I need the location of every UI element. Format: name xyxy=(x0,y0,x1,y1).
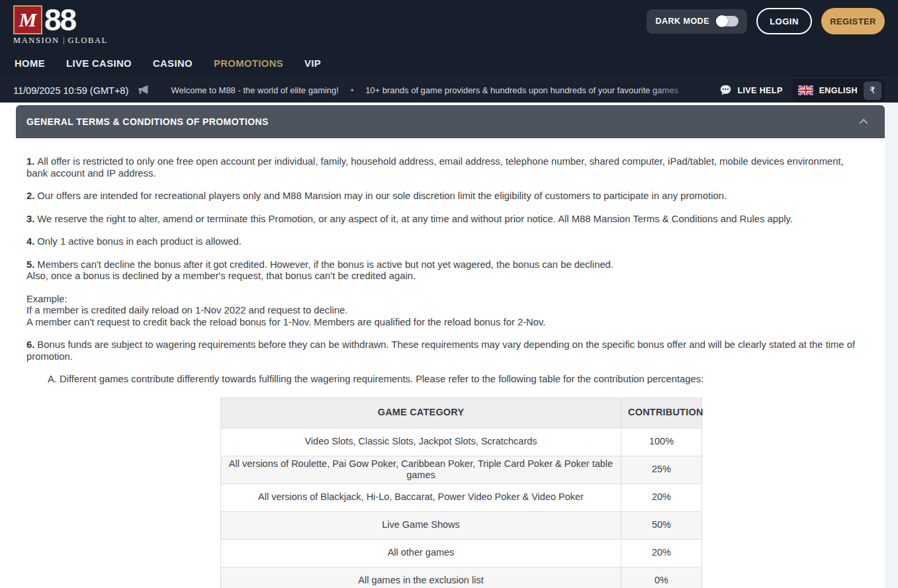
table-row: All versions of Blackjack, Hi-Lo, Baccar… xyxy=(221,483,702,511)
cell-contribution: 20% xyxy=(621,483,702,511)
ticker-right: LIVE HELP ENGLISH ₹ xyxy=(719,79,885,103)
logo-subtitle-global: GLOBAL xyxy=(68,36,108,46)
page-title: GENERAL TERMS & CONDITIONS OF PROMOTIONS xyxy=(26,116,269,127)
nav-casino[interactable]: CASINO xyxy=(153,58,193,69)
logo-subtitle: MANSION GLOBAL xyxy=(13,36,108,46)
terms-panel-header[interactable]: GENERAL TERMS & CONDITIONS OF PROMOTIONS xyxy=(16,105,885,138)
term-3: 3.We reserve the right to alter, amend o… xyxy=(26,214,863,226)
live-help-label: LIVE HELP xyxy=(737,86,782,95)
toggle-knob xyxy=(716,15,728,27)
dark-mode-toggle[interactable] xyxy=(716,16,739,26)
cell-category: All versions of Roulette, Pai Gow Poker,… xyxy=(221,456,621,483)
nav-live-casino[interactable]: LIVE CASINO xyxy=(66,58,132,69)
term-1: 1.All offer is restricted to only one fr… xyxy=(26,156,863,179)
site-header: M 88 MANSION GLOBAL DARK MODE LOGIN REGI… xyxy=(0,0,898,77)
table-row: All versions of Roulette, Pai Gow Poker,… xyxy=(221,456,702,483)
table-row: Live Game Shows 50% xyxy=(221,511,702,539)
chat-bubble-icon xyxy=(719,85,732,96)
contribution-table: GAME CATEGORY CONTRIBUTION Video Slots, … xyxy=(220,398,702,588)
logo-88: 88 xyxy=(44,5,75,34)
cell-contribution: 25% xyxy=(621,456,702,483)
ticker-message-1: Welcome to M88 - the world of elite gami… xyxy=(171,85,339,95)
cell-contribution: 0% xyxy=(621,567,702,588)
table-row: All games in the exclusion list 0% xyxy=(221,567,702,588)
language-selector[interactable]: ENGLISH ₹ xyxy=(792,79,885,103)
table-row: All other games 20% xyxy=(221,539,702,567)
term-4: 4.Only 1 active bonus in each product is… xyxy=(26,236,863,248)
dark-mode-control[interactable]: DARK MODE xyxy=(647,9,747,34)
m88-logo-icon: M xyxy=(13,5,42,34)
cell-contribution: 50% xyxy=(621,511,702,539)
live-help-button[interactable]: LIVE HELP xyxy=(719,85,782,96)
m88-logo[interactable]: M 88 MANSION GLOBAL xyxy=(13,5,108,46)
login-button[interactable]: LOGIN xyxy=(756,8,812,34)
term-6: 6.Bonus funds are subject to wagering re… xyxy=(26,339,863,362)
ticker-messages: Welcome to M88 - the world of elite gami… xyxy=(150,85,719,95)
header-actions: DARK MODE LOGIN REGISTER xyxy=(647,8,885,34)
column-header-game-category: GAME CATEGORY xyxy=(221,398,621,428)
content-area: GENERAL TERMS & CONDITIONS OF PROMOTIONS… xyxy=(0,103,898,588)
logo-subtitle-mansion: MANSION xyxy=(13,36,60,46)
cell-category: All other games xyxy=(221,539,621,567)
ticker-message-2: 10+ brands of game providers & hundreds … xyxy=(365,85,678,95)
ticker-separator: • xyxy=(351,86,353,95)
term-2: 2.Our offers are intended for recreation… xyxy=(26,190,863,202)
announcement-icon xyxy=(136,85,150,97)
logo-subtitle-divider xyxy=(64,37,64,44)
ticker-bar: 11/09/2025 10:59 (GMT+8) Welcome to M88 … xyxy=(0,77,898,103)
register-button[interactable]: REGISTER xyxy=(821,8,885,34)
main-nav: HOME LIVE CASINO CASINO PROMOTIONS VIP xyxy=(13,46,885,69)
terms-content: 1.All offer is restricted to only one fr… xyxy=(0,138,898,588)
logo-m-letter: M xyxy=(19,10,37,30)
cell-category: Live Game Shows xyxy=(221,511,621,539)
cell-category: All games in the exclusion list xyxy=(221,567,621,588)
nav-vip[interactable]: VIP xyxy=(304,58,321,69)
chevron-up-icon[interactable] xyxy=(860,118,868,127)
table-header-row: GAME CATEGORY CONTRIBUTION xyxy=(221,398,702,428)
cell-contribution: 20% xyxy=(621,539,702,567)
datetime-label: 11/09/2025 10:59 (GMT+8) xyxy=(13,85,128,96)
term-5: 5.Members can't decline the bonus after … xyxy=(26,259,863,282)
nav-promotions[interactable]: PROMOTIONS xyxy=(214,58,283,69)
nav-home[interactable]: HOME xyxy=(15,58,45,69)
table-row: Video Slots, Classic Slots, Jackpot Slot… xyxy=(221,428,702,456)
uk-flag-icon xyxy=(798,85,813,95)
term-6a: A.Different games contribute differently… xyxy=(26,374,863,386)
cell-category: All versions of Blackjack, Hi-Lo, Baccar… xyxy=(221,483,621,511)
dark-mode-label: DARK MODE xyxy=(655,17,709,26)
currency-selector[interactable]: ₹ xyxy=(864,81,881,100)
cell-category: Video Slots, Classic Slots, Jackpot Slot… xyxy=(221,428,621,456)
ticker-left: 11/09/2025 10:59 (GMT+8) xyxy=(13,85,150,97)
language-label: ENGLISH xyxy=(819,86,858,95)
cell-contribution: 100% xyxy=(621,428,702,456)
scrollbar-track[interactable] xyxy=(885,103,898,588)
column-header-contribution: CONTRIBUTION xyxy=(621,398,702,428)
term-5-example: Example:If a member is credited daily re… xyxy=(26,294,863,329)
